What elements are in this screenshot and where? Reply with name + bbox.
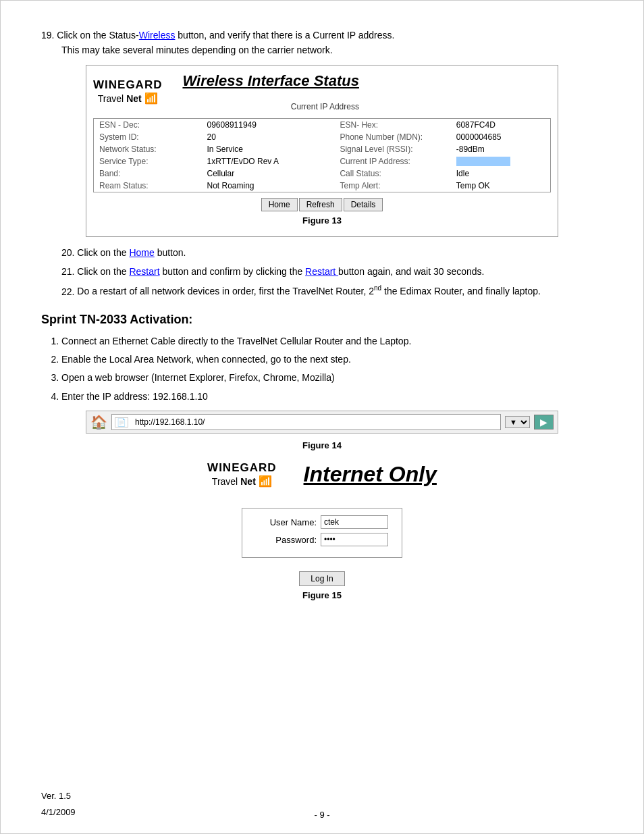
roam-value: Not Roaming xyxy=(202,180,335,192)
browser-home-icon: 🏠 xyxy=(90,414,107,430)
current-ip-label: Current IP Address xyxy=(182,102,358,111)
step-20-rest: button. xyxy=(157,247,186,258)
home-link[interactable]: Home xyxy=(129,247,154,258)
step-20-num: 20. xyxy=(61,247,77,258)
table-row: ESN - Dec: 09608911949 ESN- Hex: 6087FC4… xyxy=(94,118,551,131)
fig13-buttons: Home Refresh Details xyxy=(93,198,551,211)
fig13-caption: Figure 13 xyxy=(93,215,551,226)
restart-link2[interactable]: Restart xyxy=(305,266,338,277)
band-label: Band: xyxy=(94,167,202,180)
step-22-text: Do a restart of all network devices in o… xyxy=(77,286,541,296)
travelnet-label: TravelNet 📶 xyxy=(98,92,158,105)
step-21-num: 21. xyxy=(61,266,77,277)
login-box: User Name: Password: xyxy=(242,508,402,558)
figure-14-box: 🏠 📄 ▼ ▶ xyxy=(86,411,558,434)
step-19: 19. Click on the Status-Wireless button,… xyxy=(41,28,603,58)
sysid-value: 20 xyxy=(202,131,335,143)
call-label: Call Status: xyxy=(334,167,450,180)
login-button[interactable]: Log In xyxy=(299,571,344,586)
password-row: Password: xyxy=(256,533,388,546)
username-row: User Name: xyxy=(256,515,388,529)
footer-page: - 9 - xyxy=(314,810,329,820)
table-row: Band: Cellular Call Status: Idle xyxy=(94,167,551,180)
step-21-rest: button and confirm by clicking the xyxy=(162,266,305,277)
sprint-step-4: Enter the IP address: 192.168.1.10 xyxy=(61,389,603,404)
step-21-text: Click on the xyxy=(77,266,129,277)
brand-15: WINEGARD xyxy=(207,461,276,475)
steps-20-22: 20. Click on the Home button. 21. Click … xyxy=(61,245,603,299)
figure-15-box: WINEGARD TravelNet 📶 Internet Only User … xyxy=(119,454,525,611)
internet-only-title: Internet Only xyxy=(304,462,437,487)
fig15-header: WINEGARD TravelNet 📶 Internet Only xyxy=(126,461,518,488)
travelnet-15: TravelNet 📶 xyxy=(212,475,272,488)
password-input[interactable] xyxy=(321,533,388,546)
figure-13-box: WINEGARD TravelNet 📶 Wireless Interface … xyxy=(86,65,558,237)
page: 19. Click on the Status-Wireless button,… xyxy=(0,0,644,834)
browser-address-container: 📄 xyxy=(111,414,501,430)
signal-label: Signal Level (RSSI): xyxy=(334,143,450,155)
page-icon: 📄 xyxy=(115,417,128,427)
esn-dec-label: ESN - Dec: xyxy=(94,118,202,131)
footer: Ver. 1.5 4/1/2009 xyxy=(41,788,76,820)
browser-dropdown[interactable]: ▼ xyxy=(505,416,530,428)
call-value: Idle xyxy=(451,167,551,180)
table-row: Ream Status: Not Roaming Temp Alert: Tem… xyxy=(94,180,551,192)
wifi-icon-15: 📶 xyxy=(259,475,272,488)
step-19-text2: button, and verify that there is a Curre… xyxy=(175,30,394,41)
step-21: 21. Click on the Restart button and conf… xyxy=(61,264,603,279)
winegard-logo: WINEGARD TravelNet 📶 xyxy=(93,78,162,105)
esn-hex-label: ESN- Hex: xyxy=(334,118,450,131)
username-label: User Name: xyxy=(256,517,317,527)
browser-go-button[interactable]: ▶ xyxy=(534,415,554,429)
winegard-logo-15: WINEGARD TravelNet 📶 xyxy=(207,461,276,488)
table-row: System ID: 20 Phone Number (MDN): 000000… xyxy=(94,131,551,143)
svc-type-label: Service Type: xyxy=(94,155,202,167)
band-value: Cellular xyxy=(202,167,335,180)
home-button[interactable]: Home xyxy=(261,198,298,211)
roam-label: Ream Status: xyxy=(94,180,202,192)
restart-link[interactable]: Restart xyxy=(129,266,159,277)
phone-label: Phone Number (MDN): xyxy=(334,131,450,143)
esn-dec-value: 09608911949 xyxy=(202,118,335,131)
step-20-text: Click on the xyxy=(77,247,129,258)
temp-label: Temp Alert: xyxy=(334,180,450,192)
sprint-title: Sprint TN-2033 Activation: xyxy=(41,313,603,327)
fig15-caption: Figure 15 xyxy=(126,590,518,600)
step-21-rest2: button again, and wait 30 seconds. xyxy=(338,266,484,277)
table-row: Service Type: 1xRTT/EvDO Rev A Current I… xyxy=(94,155,551,167)
sprint-steps: Connect an Ethernet Cable directly to th… xyxy=(61,334,603,405)
signal-value: -89dBm xyxy=(451,143,551,155)
step-19-text1: 19. Click on the Status- xyxy=(41,30,139,41)
wireless-interface-status-title: Wireless Interface Status Current IP Add… xyxy=(182,72,358,111)
footer-date: 4/1/2009 xyxy=(41,804,76,820)
refresh-button[interactable]: Refresh xyxy=(299,198,342,211)
net-status-value: In Service xyxy=(202,143,335,155)
address-bar[interactable] xyxy=(131,416,498,428)
footer-ver: Ver. 1.5 xyxy=(41,788,76,804)
wireless-link[interactable]: Wireless xyxy=(139,30,176,41)
step-20: 20. Click on the Home button. xyxy=(61,245,603,260)
temp-value: Temp OK xyxy=(451,180,551,192)
sprint-step-2: Enable the Local Area Network, when conn… xyxy=(61,352,603,367)
step-22-num: 22. xyxy=(61,286,77,296)
brand-name: WINEGARD xyxy=(93,78,162,92)
step-22: 22. Do a restart of all network devices … xyxy=(61,284,603,299)
details-button[interactable]: Details xyxy=(344,198,383,211)
status-table: ESN - Dec: 09608911949 ESN- Hex: 6087FC4… xyxy=(93,118,551,192)
step-19-text3: This may take several minutes depending … xyxy=(61,45,333,55)
sysid-label: System ID: xyxy=(94,131,202,143)
sprint-step-3: Open a web browser (Internet Explorer, F… xyxy=(61,370,603,385)
sprint-step-1: Connect an Ethernet Cable directly to th… xyxy=(61,334,603,348)
phone-value: 0000004685 xyxy=(451,131,551,143)
svc-type-value: 1xRTT/EvDO Rev A xyxy=(202,155,335,167)
fig14-caption: Figure 14 xyxy=(41,440,603,450)
esn-hex-value: 6087FC4D xyxy=(451,118,551,131)
username-input[interactable] xyxy=(321,515,388,529)
table-row: Network Status: In Service Signal Level … xyxy=(94,143,551,155)
fig13-header: WINEGARD TravelNet 📶 Wireless Interface … xyxy=(93,72,551,115)
cur-ip-value xyxy=(451,155,551,167)
wifi-icon: 📶 xyxy=(144,92,158,105)
net-status-label: Network Status: xyxy=(94,143,202,155)
password-label: Password: xyxy=(256,535,317,545)
cur-ip-label: Current IP Address: xyxy=(334,155,450,167)
